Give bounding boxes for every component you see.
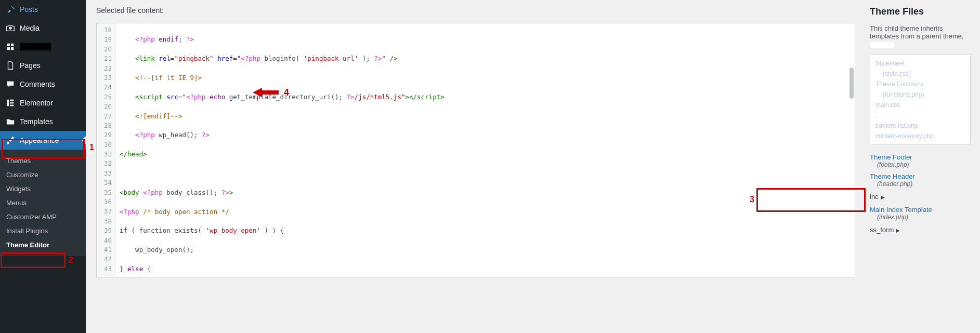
scrollbar-thumb[interactable]	[850, 68, 854, 99]
sidebar-item-media[interactable]: Media	[0, 19, 86, 37]
annotation-arrow-4: 4	[253, 87, 289, 98]
sidebar-item-comments[interactable]: Comments	[0, 75, 86, 94]
faded-file[interactable]: content-masonry.php	[873, 131, 967, 141]
file-row-footer[interactable]: Theme Footer (footer.php)	[866, 151, 975, 170]
sidebar-item-label: Elementor	[20, 99, 53, 107]
svg-rect-1	[7, 100, 9, 106]
file-filename: (footer.php)	[870, 161, 971, 168]
file-filename: (header.php)	[870, 180, 971, 188]
sidebar-sub-menus[interactable]: Menus	[0, 196, 86, 210]
file-link: Theme Footer	[870, 153, 971, 161]
chevron-right-icon: ▶	[881, 194, 885, 200]
sidebar-item-label: Appearance	[20, 136, 59, 144]
file-filename: (index.php)	[870, 214, 971, 221]
faded-file[interactable]: Stylesheet	[873, 58, 967, 69]
selected-file-label: Selected file content:	[96, 6, 855, 15]
camera-icon	[5, 23, 16, 33]
sidebar-item-label: Comments	[20, 80, 55, 88]
faded-file[interactable]: content-list.php	[873, 121, 967, 131]
sidebar-sub-themes[interactable]: Themes	[0, 154, 86, 168]
svg-rect-4	[10, 105, 14, 106]
chevron-right-icon: ▶	[896, 228, 900, 233]
annotation-4-label: 4	[284, 87, 289, 98]
file-folder-ssform[interactable]: ss_form▶	[866, 223, 975, 237]
faded-file-name: (style.css)	[873, 69, 967, 79]
sidebar-item-label: Posts	[20, 5, 38, 14]
file-link: Theme Header	[870, 172, 971, 180]
code-editor[interactable]: 1819202122232425262728293031323334353637…	[96, 23, 855, 277]
sidebar-item-label: Pages	[20, 61, 41, 70]
inherit-note: This child theme inherits templates from…	[866, 24, 975, 52]
sidebar-item-posts[interactable]: Posts	[0, 0, 86, 19]
sidebar-item-redacted[interactable]	[0, 37, 86, 56]
faded-file[interactable]: main.css	[873, 100, 967, 110]
file-link: Main Index Template	[870, 206, 971, 214]
theme-files-title: Theme Files	[866, 6, 975, 17]
pin-icon	[5, 4, 16, 15]
sidebar-sub-installplugins[interactable]: Install Plugins	[0, 224, 86, 238]
file-folder-inc[interactable]: inc▶	[866, 190, 975, 204]
faded-file[interactable]: Theme Functions	[873, 79, 967, 89]
main-content: Selected file content: 18192021222324252…	[86, 0, 866, 333]
sidebar-item-appearance[interactable]: Appearance	[0, 131, 86, 150]
line-gutter: 1819202122232425262728293031323334353637…	[97, 23, 115, 277]
sidebar-sub-customizeramp[interactable]: Customizer AMP	[0, 210, 86, 224]
sidebar-sub-customize[interactable]: Customize	[0, 168, 86, 182]
svg-rect-3	[10, 102, 14, 104]
folder-icon	[5, 116, 16, 127]
code-content[interactable]: <?php endif; ?> <link rel="pingback" hre…	[115, 23, 855, 277]
pages-icon	[5, 60, 16, 71]
comment-icon	[5, 79, 16, 89]
sidebar-item-elementor[interactable]: Elementor	[0, 94, 86, 112]
sidebar-item-label: Media	[20, 24, 40, 32]
sidebar-sub-widgets[interactable]: Widgets	[0, 182, 86, 196]
sidebar-item-label: Templates	[20, 117, 53, 126]
faded-dot: .	[873, 110, 967, 121]
svg-point-0	[9, 26, 11, 29]
brush-icon	[5, 135, 16, 145]
faded-file-name: (functions.php)	[873, 89, 967, 100]
admin-sidebar: Posts Media Pages Comments Elementor Tem…	[0, 0, 86, 333]
faded-files-list: Stylesheet (style.css) Theme Functions (…	[870, 55, 971, 145]
elementor-icon	[5, 98, 16, 108]
theme-files-panel: Theme Files This child theme inherits te…	[866, 0, 980, 333]
redacted-label	[20, 43, 51, 50]
svg-marker-5	[253, 88, 279, 97]
sidebar-submenu: Themes Customize Widgets Menus Customize…	[0, 150, 86, 256]
redacted-theme-name	[870, 41, 895, 48]
file-row-index[interactable]: Main Index Template (index.php)	[866, 204, 975, 223]
sidebar-item-pages[interactable]: Pages	[0, 56, 86, 75]
svg-rect-2	[10, 100, 14, 101]
file-row-header[interactable]: Theme Header (header.php)	[866, 170, 975, 190]
sidebar-item-templates[interactable]: Templates	[0, 112, 86, 131]
sidebar-sub-themeeditor[interactable]: Theme Editor	[0, 238, 86, 252]
dashboard-icon	[5, 42, 16, 52]
